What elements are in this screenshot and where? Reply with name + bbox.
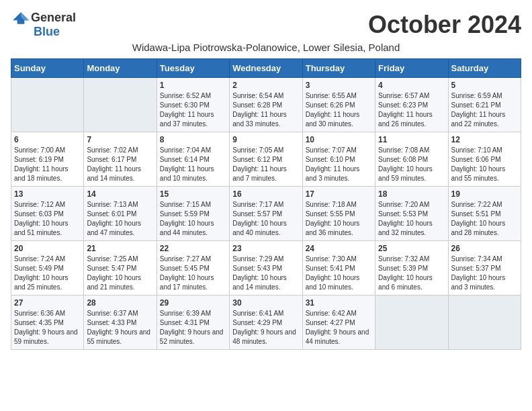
sunset: Sunset: 5:55 PM [306, 210, 355, 218]
sunrise: Sunrise: 7:34 AM [451, 255, 502, 263]
day-number: 4 [378, 81, 445, 90]
sunset: Sunset: 4:29 PM [232, 319, 282, 326]
sunrise: Sunrise: 6:59 AM [451, 92, 502, 99]
daylight: Daylight: 9 hours and 48 minutes. [232, 328, 296, 345]
logo: General Blue [11, 11, 76, 39]
day-number: 24 [306, 244, 372, 253]
calendar-cell [11, 78, 84, 132]
sunset: Sunset: 5:43 PM [232, 265, 282, 272]
calendar-cell: 23 Sunrise: 7:29 AM Sunset: 5:43 PM Dayl… [230, 241, 302, 295]
sunrise: Sunrise: 6:42 AM [306, 310, 357, 317]
day-info: Sunrise: 7:32 AM Sunset: 5:39 PM Dayligh… [378, 255, 445, 292]
daylight: Daylight: 10 hours and 47 minutes. [87, 220, 141, 236]
day-number: 12 [451, 135, 518, 144]
day-info: Sunrise: 7:10 AM Sunset: 6:06 PM Dayligh… [451, 146, 518, 183]
daylight: Daylight: 10 hours and 17 minutes. [160, 274, 214, 291]
sunset: Sunset: 6:17 PM [87, 156, 136, 163]
daylight: Daylight: 10 hours and 40 minutes. [232, 220, 287, 236]
sunset: Sunset: 6:12 PM [232, 156, 282, 163]
sunset: Sunset: 5:59 PM [160, 210, 210, 218]
month-title: October 2024 [368, 11, 521, 39]
sunrise: Sunrise: 7:17 AM [232, 201, 283, 208]
daylight: Daylight: 10 hours and 44 minutes. [160, 220, 214, 236]
calendar-cell: 14 Sunrise: 7:13 AM Sunset: 6:01 PM Dayl… [84, 187, 157, 241]
day-info: Sunrise: 7:17 AM Sunset: 5:57 PM Dayligh… [232, 200, 299, 238]
sunset: Sunset: 5:51 PM [451, 210, 501, 218]
calendar-header-row: SundayMondayTuesdayWednesdayThursdayFrid… [11, 59, 521, 78]
day-number: 31 [306, 298, 372, 308]
day-info: Sunrise: 7:08 AM Sunset: 6:08 PM Dayligh… [378, 146, 445, 183]
sunrise: Sunrise: 7:07 AM [306, 146, 357, 154]
day-info: Sunrise: 6:57 AM Sunset: 6:23 PM Dayligh… [378, 91, 445, 129]
sunrise: Sunrise: 6:54 AM [232, 92, 283, 99]
sunrise: Sunrise: 7:02 AM [87, 146, 138, 154]
sunset: Sunset: 4:31 PM [160, 319, 210, 326]
day-info: Sunrise: 6:37 AM Sunset: 4:33 PM Dayligh… [87, 309, 153, 347]
day-number: 6 [14, 135, 81, 144]
calendar-cell: 28 Sunrise: 6:37 AM Sunset: 4:33 PM Dayl… [84, 295, 157, 350]
sunrise: Sunrise: 7:29 AM [232, 255, 283, 263]
day-info: Sunrise: 7:07 AM Sunset: 6:10 PM Dayligh… [306, 146, 372, 183]
day-number: 26 [451, 244, 518, 253]
sunrise: Sunrise: 6:41 AM [232, 310, 283, 317]
sunset: Sunset: 6:30 PM [160, 101, 210, 109]
day-number: 25 [378, 244, 445, 253]
day-number: 16 [232, 189, 299, 199]
calendar-cell: 12 Sunrise: 7:10 AM Sunset: 6:06 PM Dayl… [448, 132, 521, 187]
day-info: Sunrise: 7:13 AM Sunset: 6:01 PM Dayligh… [87, 200, 153, 238]
daylight: Daylight: 10 hours and 10 minutes. [306, 274, 360, 291]
day-number: 7 [87, 135, 153, 144]
daylight: Daylight: 10 hours and 6 minutes. [378, 274, 433, 291]
day-info: Sunrise: 7:15 AM Sunset: 5:59 PM Dayligh… [160, 200, 226, 238]
calendar-cell: 15 Sunrise: 7:15 AM Sunset: 5:59 PM Dayl… [157, 187, 229, 241]
daylight: Daylight: 9 hours and 55 minutes. [87, 328, 150, 345]
sunrise: Sunrise: 7:32 AM [378, 255, 429, 263]
sunset: Sunset: 5:37 PM [451, 265, 501, 272]
daylight: Daylight: 11 hours and 3 minutes. [306, 165, 360, 182]
calendar-cell: 16 Sunrise: 7:17 AM Sunset: 5:57 PM Dayl… [230, 187, 302, 241]
day-info: Sunrise: 7:18 AM Sunset: 5:55 PM Dayligh… [306, 200, 372, 238]
calendar-week-row: 20 Sunrise: 7:24 AM Sunset: 5:49 PM Dayl… [11, 241, 521, 295]
day-info: Sunrise: 7:34 AM Sunset: 5:37 PM Dayligh… [451, 255, 518, 292]
calendar-cell: 4 Sunrise: 6:57 AM Sunset: 6:23 PM Dayli… [375, 78, 448, 132]
sunrise: Sunrise: 7:24 AM [14, 255, 65, 263]
day-number: 18 [378, 189, 445, 199]
daylight: Daylight: 11 hours and 10 minutes. [160, 165, 214, 182]
calendar-cell: 25 Sunrise: 7:32 AM Sunset: 5:39 PM Dayl… [375, 241, 448, 295]
daylight: Daylight: 11 hours and 37 minutes. [160, 111, 214, 128]
sunrise: Sunrise: 7:05 AM [232, 146, 283, 154]
daylight: Daylight: 10 hours and 21 minutes. [87, 274, 141, 291]
sunrise: Sunrise: 7:10 AM [451, 146, 502, 154]
day-number: 23 [232, 244, 299, 253]
day-info: Sunrise: 7:05 AM Sunset: 6:12 PM Dayligh… [232, 146, 299, 183]
daylight: Daylight: 9 hours and 44 minutes. [306, 328, 369, 345]
daylight: Daylight: 11 hours and 33 minutes. [232, 111, 287, 128]
day-info: Sunrise: 7:02 AM Sunset: 6:17 PM Dayligh… [87, 146, 153, 183]
day-header-sunday: Sunday [11, 59, 84, 78]
sunset: Sunset: 5:53 PM [378, 210, 428, 218]
daylight: Daylight: 11 hours and 7 minutes. [232, 165, 287, 182]
sunset: Sunset: 6:19 PM [14, 156, 64, 163]
sunset: Sunset: 6:28 PM [232, 101, 282, 109]
daylight: Daylight: 10 hours and 36 minutes. [306, 220, 360, 236]
day-info: Sunrise: 7:12 AM Sunset: 6:03 PM Dayligh… [14, 200, 81, 238]
day-info: Sunrise: 6:36 AM Sunset: 4:35 PM Dayligh… [14, 309, 81, 347]
sunrise: Sunrise: 7:00 AM [14, 146, 65, 154]
sunrise: Sunrise: 7:04 AM [160, 146, 211, 154]
calendar-cell: 26 Sunrise: 7:34 AM Sunset: 5:37 PM Dayl… [448, 241, 521, 295]
sunset: Sunset: 6:03 PM [14, 210, 64, 218]
sunset: Sunset: 5:39 PM [378, 265, 428, 272]
day-info: Sunrise: 7:25 AM Sunset: 5:47 PM Dayligh… [87, 255, 153, 292]
sunset: Sunset: 5:45 PM [160, 265, 210, 272]
header: General Blue October 2024 [11, 11, 521, 39]
daylight: Daylight: 11 hours and 26 minutes. [378, 111, 433, 128]
calendar-cell: 10 Sunrise: 7:07 AM Sunset: 6:10 PM Dayl… [302, 132, 375, 187]
daylight: Daylight: 11 hours and 14 minutes. [87, 165, 141, 182]
day-number: 13 [14, 189, 81, 199]
sunrise: Sunrise: 7:25 AM [87, 255, 138, 263]
sunset: Sunset: 6:26 PM [306, 101, 355, 109]
sunrise: Sunrise: 6:37 AM [87, 310, 138, 317]
sunset: Sunset: 5:57 PM [232, 210, 282, 218]
day-number: 11 [378, 135, 445, 144]
day-header-friday: Friday [375, 59, 448, 78]
